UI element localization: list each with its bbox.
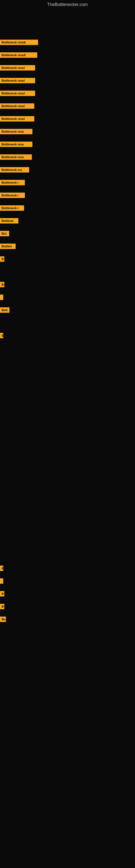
bottleneck-bar: Bottleneck res — [0, 167, 29, 173]
bar-label: Bottleneck resul — [2, 92, 25, 95]
bar-label: Bottleneck resu — [2, 143, 24, 146]
bottleneck-bar: Bottleneck result — [0, 40, 38, 45]
bottleneck-bar: Bottleneck result — [0, 52, 37, 58]
bottleneck-bar: B — [0, 591, 4, 596]
site-title: TheBottlenecker.com — [0, 0, 135, 9]
bottleneck-bar: Bot — [0, 231, 9, 236]
bottleneck-bar: Bo — [0, 617, 6, 622]
bar-label: Bottleneck resu — [2, 130, 24, 133]
bar-label: B — [2, 283, 4, 286]
bottleneck-bar: Bottleneck resu — [0, 154, 32, 160]
page-wrapper: TheBottlenecker.com Bottleneck resultBot… — [0, 0, 135, 868]
bar-label: E — [2, 334, 3, 337]
bar-label: B — [2, 257, 4, 261]
bottleneck-bar: Bottleneck resul — [0, 103, 34, 109]
bottleneck-bar: B — [0, 604, 4, 609]
bottleneck-bar: Bottleneck resul — [0, 65, 35, 70]
bottleneck-bar: Bottlene — [0, 218, 18, 223]
bottleneck-bar: Bott — [0, 307, 9, 313]
bar-label: E — [2, 567, 3, 570]
bar-label: Bottleneck result — [2, 54, 26, 57]
bar-label: Bottleneck resul — [2, 66, 25, 69]
bar-label: B — [2, 592, 4, 595]
bar-label: Bot — [2, 232, 6, 235]
bar-label: B — [2, 605, 4, 608]
bottleneck-bar: Bottlen — [0, 244, 16, 249]
bottleneck-bar: Bottleneck r — [0, 180, 25, 185]
bar-label: Bottleneck resul — [2, 117, 25, 120]
bar-label: Bottlene — [2, 219, 13, 222]
bar-label: Bottleneck resul — [2, 104, 25, 108]
bottleneck-bar: Bottleneck resu — [0, 129, 32, 134]
bottleneck-bar: E — [0, 333, 3, 338]
bar-label: Bo — [2, 618, 6, 621]
bottleneck-bar: B — [0, 282, 4, 287]
bottleneck-bar: Bottleneck resu — [0, 142, 32, 147]
bar-label: Bottleneck r — [2, 207, 19, 210]
bar-label: Bottleneck result — [2, 41, 26, 44]
bottleneck-bar: B — [0, 256, 4, 262]
bar-label: Bott — [2, 308, 8, 312]
bar-label: Bottleneck r — [2, 181, 19, 184]
bar-label: Bottleneck r — [2, 194, 19, 197]
bar-label: Bottleneck resu — [2, 155, 24, 159]
bottleneck-bar: Bottleneck r — [0, 193, 25, 198]
bar-label: Bottleneck resul — [2, 79, 25, 82]
bottleneck-bar: Bottleneck r — [0, 205, 24, 211]
bottleneck-bar: Bottleneck resul — [0, 78, 35, 83]
bars-container: Bottleneck resultBottleneck resultBottle… — [0, 9, 135, 868]
bar-label: Bottleneck res — [2, 168, 22, 172]
bottleneck-bar — [0, 294, 3, 300]
bar-label: Bottlen — [2, 245, 12, 248]
bottleneck-bar: E — [0, 565, 3, 571]
bottleneck-bar: Bottleneck resul — [0, 116, 34, 122]
bottleneck-bar: Bottleneck resul — [0, 91, 35, 96]
bottleneck-bar — [0, 578, 3, 584]
